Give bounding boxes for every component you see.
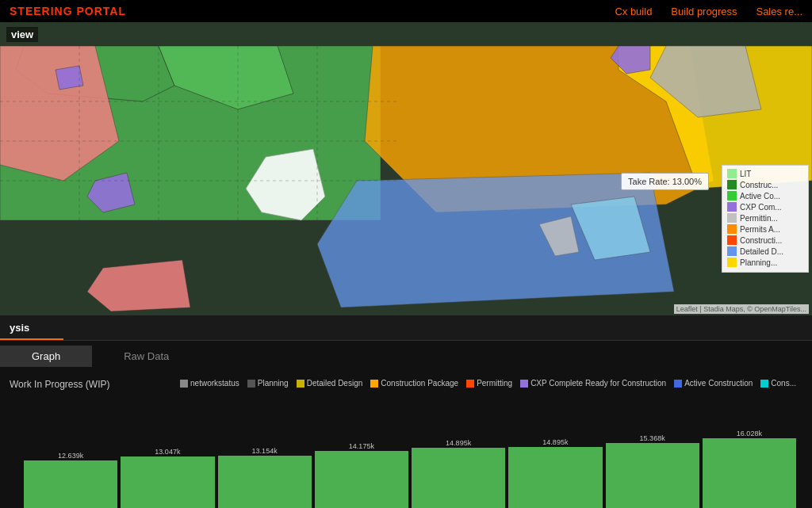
- legend-label-construction: Constructi...: [740, 236, 782, 245]
- legend-item-permits-a: Permits A...: [727, 224, 803, 234]
- legend-color-cxp: [727, 202, 737, 212]
- svg-marker-9: [56, 66, 83, 90]
- bar-group-0: 12.639k: [24, 452, 117, 508]
- legend-label-active-construction-bar: Active Construction: [684, 379, 753, 388]
- bar-value-3: 14.175k: [349, 442, 374, 450]
- bar-7: [703, 438, 796, 508]
- map-section-label: view: [6, 27, 38, 42]
- legend-label-active: Active Co...: [740, 192, 780, 201]
- tab-graph[interactable]: Graph: [0, 346, 92, 367]
- legend-color-construction: [727, 235, 737, 245]
- legend-color-lit: [727, 169, 737, 178]
- analysis-underline: [0, 338, 63, 340]
- legend-label-planning-bar: Planning: [258, 379, 289, 388]
- wip-label: Work In Progress (WIP): [10, 379, 109, 390]
- legend-sq-networkstatus: [180, 380, 188, 388]
- nav-cx-build[interactable]: Cx build: [615, 6, 652, 17]
- analysis-header: ysis: [0, 315, 812, 341]
- legend-label-construc: Construc...: [740, 181, 778, 189]
- legend-label-cxp: CXP Com...: [740, 203, 782, 212]
- bar-value-4: 14.895k: [446, 439, 471, 447]
- legend-bar-permitting: Permitting: [466, 379, 512, 388]
- legend-label-permits-a: Permits A...: [740, 225, 780, 234]
- map-legend: LIT Construc... Active Co... CXP Com... …: [722, 165, 809, 273]
- bar-group-5: 14.895k: [508, 438, 602, 508]
- legend-label-permitting-bar: Permitting: [477, 379, 512, 388]
- legend-color-permits-a: [727, 224, 737, 234]
- legend-label-cons-bar: Cons...: [771, 379, 796, 388]
- legend-item-construc: Construc...: [727, 180, 803, 189]
- site-title: STEERING PORTAL: [10, 5, 126, 17]
- legend-bar-cxp-ready: CXP Complete Ready for Construction: [520, 379, 666, 388]
- legend-item-active: Active Co...: [727, 191, 803, 201]
- bar-3: [315, 451, 408, 508]
- bar-1: [121, 456, 214, 508]
- legend-sq-cons: [760, 380, 768, 388]
- legend-sq-permitting: [466, 380, 474, 388]
- bar-value-1: 13.047k: [155, 448, 180, 456]
- chart-bars-area: 12.639k 13.047k 13.154k 14.175k 14.895k …: [0, 421, 812, 508]
- bar-5: [508, 447, 602, 508]
- legend-sq-planning: [247, 380, 255, 388]
- legend-color-permitting: [727, 213, 737, 223]
- legend-color-active: [727, 191, 737, 201]
- bar-value-5: 14.895k: [542, 438, 568, 446]
- nav-sales[interactable]: Sales re...: [756, 6, 802, 17]
- header-nav: Cx build Build progress Sales re...: [615, 6, 802, 17]
- legend-bar-networkstatus: networkstatus: [180, 379, 239, 388]
- legend-label-networkstatus: networkstatus: [190, 379, 239, 388]
- legend-label-construction-pkg-bar: Construction Package: [381, 379, 458, 388]
- legend-bar-planning: Planning: [247, 379, 289, 388]
- legend-label-detailed: Detailed D...: [740, 247, 783, 256]
- bar-value-6: 15.368k: [640, 434, 665, 442]
- bar-6: [606, 443, 699, 508]
- bar-4: [412, 448, 505, 508]
- tab-raw-data[interactable]: Raw Data: [92, 346, 201, 367]
- legend-item-cxp: CXP Com...: [727, 202, 803, 212]
- map-section: view: [0, 22, 812, 315]
- legend-color-detailed: [727, 246, 737, 256]
- analysis-title: ysis: [10, 322, 29, 334]
- analysis-section: ysis Graph Raw Data Work In Progress (WI…: [0, 315, 812, 508]
- legend-bar-detailed-design: Detailed Design: [297, 379, 363, 388]
- bar-2: [218, 456, 312, 508]
- legend-label-lit: LIT: [740, 170, 751, 178]
- legend-item-lit: LIT: [727, 169, 803, 178]
- map-visualization[interactable]: [0, 22, 812, 315]
- legend-sq-cxp-ready: [520, 380, 528, 388]
- analysis-tabs: Graph Raw Data: [0, 341, 812, 367]
- legend-label-planning: Planning...: [740, 258, 777, 267]
- legend-label-detailed-design-bar: Detailed Design: [307, 379, 363, 388]
- legend-label-permitting: Permittin...: [740, 214, 778, 223]
- bar-group-6: 15.368k: [606, 434, 699, 508]
- map-attribution: Leaflet | Stadia Maps, © OpenMapTiles...: [674, 304, 809, 314]
- bar-group-2: 13.154k: [218, 447, 312, 508]
- bar-group-7: 16.028k: [703, 430, 796, 508]
- legend-bar-active-construction: Active Construction: [674, 379, 753, 388]
- chart-legend-bar: networkstatus Planning Detailed Design C…: [180, 379, 796, 388]
- legend-bar-cons: Cons...: [760, 379, 796, 388]
- legend-sq-active-construction: [674, 380, 682, 388]
- bar-group-1: 13.047k: [121, 448, 214, 508]
- bar-0: [24, 460, 117, 508]
- bar-value-2: 13.154k: [252, 447, 278, 455]
- bar-value-0: 12.639k: [58, 452, 83, 460]
- nav-build-progress[interactable]: Build progress: [671, 6, 737, 17]
- map-tooltip: Take Rate: 13.00%: [621, 173, 709, 190]
- legend-item-detailed: Detailed D...: [727, 246, 803, 256]
- header: STEERING PORTAL Cx build Build progress …: [0, 0, 812, 22]
- legend-item-construction: Constructi...: [727, 235, 803, 245]
- legend-bar-construction-pkg: Construction Package: [370, 379, 458, 388]
- legend-sq-detailed-design: [297, 380, 304, 388]
- legend-item-permitting: Permittin...: [727, 213, 803, 223]
- legend-label-cxp-ready-bar: CXP Complete Ready for Construction: [530, 379, 666, 388]
- legend-item-planning: Planning...: [727, 258, 803, 267]
- bar-group-4: 14.895k: [412, 439, 505, 508]
- legend-color-construc: [727, 180, 737, 189]
- bar-value-7: 16.028k: [737, 430, 762, 437]
- legend-color-planning: [727, 258, 737, 267]
- legend-sq-construction-pkg: [370, 380, 378, 388]
- bar-group-3: 14.175k: [315, 442, 408, 508]
